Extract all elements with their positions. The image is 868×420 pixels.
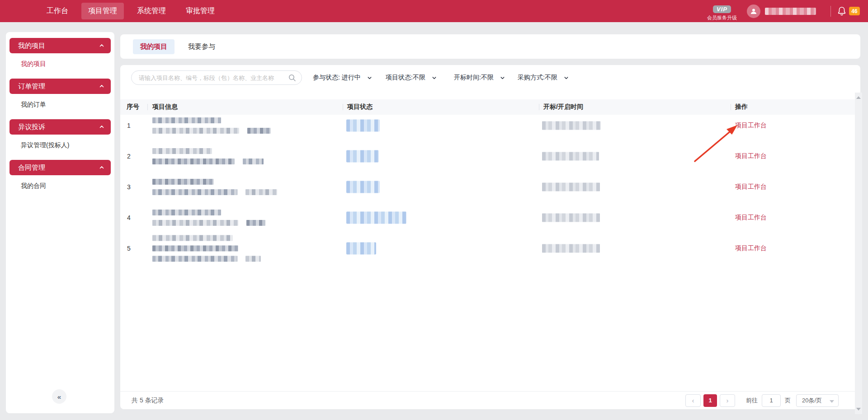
filter-dropdown-4[interactable]: 采购方式:不限	[518, 74, 569, 82]
redacted-text-segment	[152, 128, 239, 134]
sidebar-menu: 我的项目我的项目订单管理我的订单异议投诉异议管理(投标人)合同管理我的合同	[6, 38, 114, 197]
project-workbench-link[interactable]: 项目工作台	[735, 121, 767, 130]
person-icon	[750, 8, 757, 15]
prev-page-button[interactable]: ‹	[685, 394, 701, 407]
vip-upgrade[interactable]: VIP 会员服务升级	[707, 5, 737, 21]
redacted-text-line	[152, 256, 261, 262]
redacted-text-segment	[152, 246, 238, 252]
sidebar-section-我的项目[interactable]: 我的项目	[9, 38, 111, 53]
filter-label: 采购方式:不限	[518, 74, 557, 82]
table-row: 2项目工作台	[120, 141, 855, 172]
open-time-redacted	[542, 183, 600, 191]
notifications[interactable]: 46	[837, 6, 860, 16]
chevron-down-icon	[561, 75, 569, 80]
goto-label: 前往	[746, 397, 758, 405]
page-size-value: 20条/页	[802, 397, 822, 405]
open-time-redacted	[542, 214, 600, 222]
redacted-text-segment	[243, 159, 264, 164]
page-size-select[interactable]: 20条/页	[796, 394, 839, 407]
sidebar-collapse-button[interactable]: «	[52, 389, 66, 404]
tabs-card: 我的项目我要参与	[120, 34, 860, 59]
column-divider	[343, 104, 343, 110]
redacted-text-segment	[152, 117, 221, 123]
redacted-text-line	[152, 128, 271, 134]
filter-dropdown-1[interactable]: 参与状态: 进行中	[313, 74, 372, 82]
nav-divider	[830, 6, 831, 17]
tab-我要参与[interactable]: 我要参与	[181, 39, 222, 54]
tab-我的项目[interactable]: 我的项目	[133, 39, 175, 54]
page-number-button[interactable]: 1	[703, 394, 717, 407]
scroll-up-icon[interactable]	[856, 96, 861, 99]
filter-dropdown-2[interactable]: 项目状态:不限	[386, 74, 437, 82]
project-workbench-link[interactable]: 项目工作台	[735, 214, 767, 222]
search-input[interactable]	[139, 75, 285, 81]
bell-icon	[837, 6, 846, 16]
vertical-scrollbar[interactable]	[855, 93, 862, 414]
project-info-redacted	[152, 117, 271, 134]
sidebar-item-我的项目[interactable]: 我的项目	[6, 53, 114, 75]
table-row: 3项目工作台	[120, 172, 855, 202]
vip-caption: 会员服务升级	[707, 14, 737, 21]
filter-label: 项目状态:不限	[386, 74, 425, 82]
sidebar-section-title: 订单管理	[18, 82, 45, 91]
chevron-right-icon: ›	[726, 397, 729, 404]
redacted-text-segment	[152, 179, 214, 185]
nav-item-审批管理[interactable]: 审批管理	[179, 3, 222, 19]
row-index: 4	[127, 214, 131, 221]
row-index: 2	[127, 153, 131, 160]
table-row: 4项目工作台	[120, 202, 855, 233]
nav-item-工作台[interactable]: 工作台	[40, 3, 75, 19]
total-records: 共 5 条记录	[132, 397, 164, 405]
open-time-redacted	[542, 152, 599, 161]
open-time-redacted	[542, 244, 600, 253]
vip-icon: VIP	[713, 5, 731, 13]
row-index: 5	[127, 245, 131, 252]
redacted-text-segment	[152, 210, 221, 215]
redacted-text-segment	[152, 148, 212, 154]
table-row: 5项目工作台	[120, 233, 855, 264]
page-unit-label: 页	[785, 397, 791, 405]
sidebar-section-title: 合同管理	[18, 163, 45, 172]
pagination-bar: 共 5 条记录 ‹ 1 › 前往 页 20条/页	[120, 391, 860, 409]
goto-page-input[interactable]	[762, 394, 781, 407]
search-icon[interactable]	[288, 74, 296, 82]
chevron-up-icon	[99, 123, 104, 131]
scroll-down-icon[interactable]	[856, 408, 861, 411]
nav-item-系统管理[interactable]: 系统管理	[130, 3, 173, 19]
project-workbench-link[interactable]: 项目工作台	[735, 183, 767, 191]
sidebar-item-我的订单[interactable]: 我的订单	[6, 94, 114, 116]
sidebar-section-订单管理[interactable]: 订单管理	[9, 79, 111, 94]
open-time-redacted	[542, 121, 601, 130]
redacted-text-segment	[245, 189, 277, 195]
pagination-controls: ‹ 1 › 前往 页 20条/页	[685, 394, 839, 407]
sidebar-section-合同管理[interactable]: 合同管理	[9, 160, 111, 175]
sidebar-item-异议管理(投标人)[interactable]: 异议管理(投标人)	[6, 135, 114, 156]
next-page-button[interactable]: ›	[720, 394, 735, 407]
redacted-text-line	[152, 148, 264, 154]
tabs: 我的项目我要参与	[133, 39, 222, 54]
filter-dropdown-3[interactable]: 开标时间:不限	[454, 74, 505, 82]
row-index: 1	[127, 122, 131, 129]
redacted-text-line	[152, 159, 264, 164]
top-nav-right: VIP 会员服务升级 46	[707, 0, 860, 22]
project-workbench-link[interactable]: 项目工作台	[735, 244, 767, 252]
project-status-redacted	[346, 212, 406, 224]
notification-count-badge: 46	[849, 7, 860, 15]
nav-item-项目管理[interactable]: 项目管理	[81, 3, 124, 19]
user-avatar[interactable]	[747, 5, 760, 18]
sidebar: 我的项目我的项目订单管理我的订单异议投诉异议管理(投标人)合同管理我的合同 «	[6, 32, 114, 413]
project-workbench-link[interactable]: 项目工作台	[735, 152, 767, 160]
project-info-redacted	[152, 210, 265, 226]
sidebar-item-我的合同[interactable]: 我的合同	[6, 175, 114, 197]
chevron-down-icon	[830, 400, 834, 403]
project-status-redacted	[346, 120, 380, 132]
project-info-redacted	[152, 179, 277, 195]
sidebar-section-title: 我的项目	[18, 42, 45, 50]
top-nav-bar: 工作台项目管理系统管理审批管理 VIP 会员服务升级 46	[0, 0, 868, 22]
redacted-text-line	[152, 210, 265, 215]
redacted-text-segment	[152, 235, 233, 241]
project-status-redacted	[346, 181, 380, 193]
sidebar-section-异议投诉[interactable]: 异议投诉	[9, 119, 111, 135]
top-nav-menu: 工作台项目管理系统管理审批管理	[40, 3, 222, 19]
redacted-text-segment	[152, 220, 238, 226]
